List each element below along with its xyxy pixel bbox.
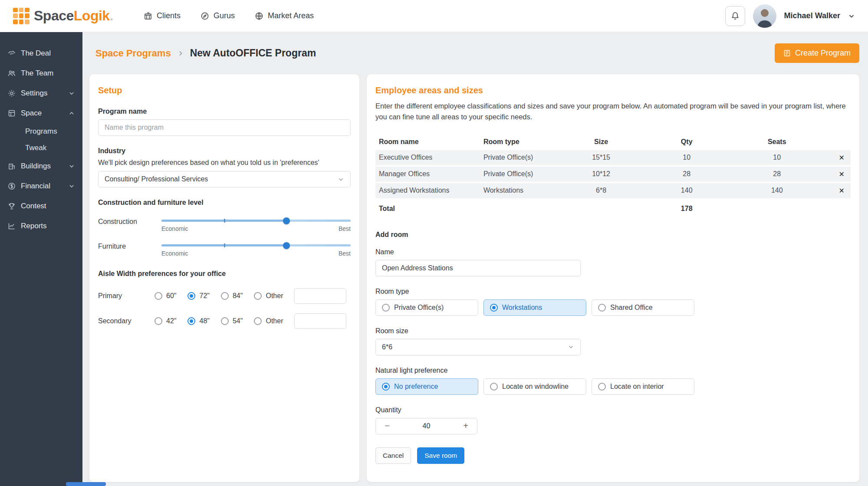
- light-option-no-preference[interactable]: No preference: [375, 378, 478, 395]
- col-room-name: Room name: [375, 134, 480, 150]
- horizontal-scrollbar-thumb[interactable]: [66, 482, 106, 486]
- room-size-label: Room size: [375, 327, 851, 335]
- cancel-button[interactable]: Cancel: [375, 447, 411, 464]
- sidebar-item-label: The Team: [21, 69, 53, 78]
- radio-checked-icon: [187, 317, 195, 325]
- construction-slider[interactable]: [161, 220, 351, 222]
- cell-qty: 10: [641, 150, 732, 166]
- employee-areas-title: Employee areas and sizes: [375, 85, 851, 95]
- page-title: New AutoOFFICE Program: [190, 47, 316, 59]
- primary-aisle-other-input[interactable]: [294, 288, 346, 304]
- sidebar-item-space[interactable]: Space: [0, 103, 82, 123]
- document-icon: [783, 49, 791, 57]
- add-room-actions: Cancel Save room: [375, 447, 851, 464]
- nav-item-clients[interactable]: Clients: [144, 11, 181, 20]
- sidebar-item-reports[interactable]: Reports: [0, 216, 82, 236]
- room-name-input[interactable]: [375, 260, 581, 276]
- remove-room-button[interactable]: ✕: [839, 170, 845, 178]
- secondary-aisle-label: Secondary: [98, 317, 155, 325]
- col-qty: Qty: [641, 134, 732, 150]
- primary-aisle-option-other[interactable]: Other: [254, 292, 283, 300]
- secondary-aisle-option-48[interactable]: 48": [187, 317, 209, 325]
- light-option-interior[interactable]: Locate on interior: [592, 378, 694, 395]
- secondary-aisle-other-input[interactable]: [294, 313, 346, 329]
- primary-aisle-option-72[interactable]: 72": [187, 292, 209, 300]
- quantity-decrease-button[interactable]: −: [376, 418, 398, 434]
- employee-areas-description: Enter the different employee classificat…: [375, 101, 851, 122]
- secondary-aisle-option-54[interactable]: 54": [221, 317, 243, 325]
- top-bar: SpaceLogik. Clients Gurus Market Areas: [0, 0, 868, 32]
- cell-room-name: Executive Offices: [375, 150, 480, 166]
- table-row: Manager Offices Private Office(s) 10*12 …: [375, 166, 851, 182]
- room-name-label: Name: [375, 248, 851, 256]
- sidebar-item-contest[interactable]: Contest: [0, 196, 82, 216]
- sidebar-item-settings[interactable]: Settings: [0, 83, 82, 103]
- top-navigation: Clients Gurus Market Areas: [144, 11, 314, 20]
- sidebar-item-label: Settings: [21, 89, 47, 98]
- secondary-aisle-option-other[interactable]: Other: [254, 317, 283, 325]
- cell-qty: 28: [641, 166, 732, 182]
- construction-slider-thumb[interactable]: [283, 217, 290, 224]
- furniture-slider-thumb[interactable]: [283, 242, 290, 249]
- breadcrumb-parent[interactable]: Space Programs: [95, 48, 171, 59]
- construction-slider-row: Construction Economic Best: [98, 217, 351, 232]
- radio-icon: [382, 304, 390, 312]
- room-size-select[interactable]: 6*6: [375, 339, 581, 355]
- radio-icon: [598, 304, 606, 312]
- secondary-aisle-option-42[interactable]: 42": [155, 317, 176, 325]
- chart-icon: [8, 222, 16, 230]
- cell-room-type: Workstations: [480, 182, 561, 199]
- col-actions: [822, 134, 851, 150]
- room-type-option-shared-office[interactable]: Shared Office: [592, 299, 694, 316]
- user-name[interactable]: Michael Walker: [784, 11, 840, 20]
- table-row: Assigned Workstations Workstations 6*8 1…: [375, 182, 851, 199]
- primary-aisle-row: Primary 60" 72" 84" Other: [98, 288, 351, 304]
- user-avatar[interactable]: [753, 4, 776, 28]
- nav-item-gurus[interactable]: Gurus: [201, 11, 235, 20]
- cell-room-type: Private Office(s): [480, 150, 561, 166]
- quantity-increase-button[interactable]: +: [454, 418, 477, 434]
- app-logo[interactable]: SpaceLogik.: [13, 8, 113, 24]
- employee-areas-panel: Employee areas and sizes Enter the diffe…: [367, 74, 859, 482]
- nav-item-label: Clients: [157, 11, 181, 20]
- table-row: Executive Offices Private Office(s) 15*1…: [375, 150, 851, 166]
- remove-room-button[interactable]: ✕: [839, 154, 845, 162]
- cell-size: 6*8: [561, 182, 641, 199]
- sidebar-item-tweak[interactable]: Tweak: [0, 140, 82, 156]
- room-type-option-private-offices[interactable]: Private Office(s): [375, 299, 478, 316]
- save-room-button[interactable]: Save room: [417, 447, 464, 464]
- slider-min-label: Economic: [161, 250, 188, 257]
- slider-max-label: Best: [339, 225, 351, 232]
- industry-select-value: Consulting/ Professional Services: [105, 175, 208, 183]
- room-type-options: Private Office(s) Workstations Shared Of…: [375, 299, 851, 316]
- slider-min-label: Economic: [161, 225, 188, 232]
- light-option-windowline[interactable]: Locate on windowline: [483, 378, 586, 395]
- sidebar-item-label: Buildings: [21, 162, 51, 171]
- col-seats: Seats: [732, 134, 822, 150]
- cell-seats: 28: [732, 166, 822, 182]
- sidebar-item-buildings[interactable]: Buildings: [0, 156, 82, 176]
- chevron-down-icon: [338, 176, 344, 183]
- program-name-input[interactable]: [98, 119, 351, 136]
- create-program-label: Create Program: [795, 49, 851, 58]
- notifications-button[interactable]: [725, 6, 745, 26]
- chevron-down-icon[interactable]: [848, 13, 855, 20]
- nav-item-label: Gurus: [214, 11, 235, 20]
- primary-aisle-option-60[interactable]: 60": [155, 292, 176, 300]
- room-type-option-workstations[interactable]: Workstations: [483, 299, 586, 316]
- total-label: Total: [375, 199, 480, 216]
- sidebar-item-financial[interactable]: Financial: [0, 176, 82, 196]
- sidebar-item-programs[interactable]: Programs: [0, 123, 82, 140]
- sidebar-item-the-deal[interactable]: The Deal: [0, 43, 82, 63]
- furniture-slider[interactable]: [161, 244, 351, 246]
- nav-item-market-areas[interactable]: Market Areas: [255, 11, 314, 20]
- industry-select[interactable]: Consulting/ Professional Services: [98, 171, 351, 187]
- cell-room-type: Private Office(s): [480, 166, 561, 182]
- sidebar-item-the-team[interactable]: The Team: [0, 63, 82, 83]
- building-icon: [144, 12, 152, 20]
- primary-aisle-option-84[interactable]: 84": [221, 292, 243, 300]
- remove-room-button[interactable]: ✕: [839, 187, 845, 195]
- create-program-button[interactable]: Create Program: [775, 43, 859, 63]
- gear-icon: [8, 89, 16, 97]
- main-content: Space Programs New AutoOFFICE Program Cr…: [82, 32, 868, 486]
